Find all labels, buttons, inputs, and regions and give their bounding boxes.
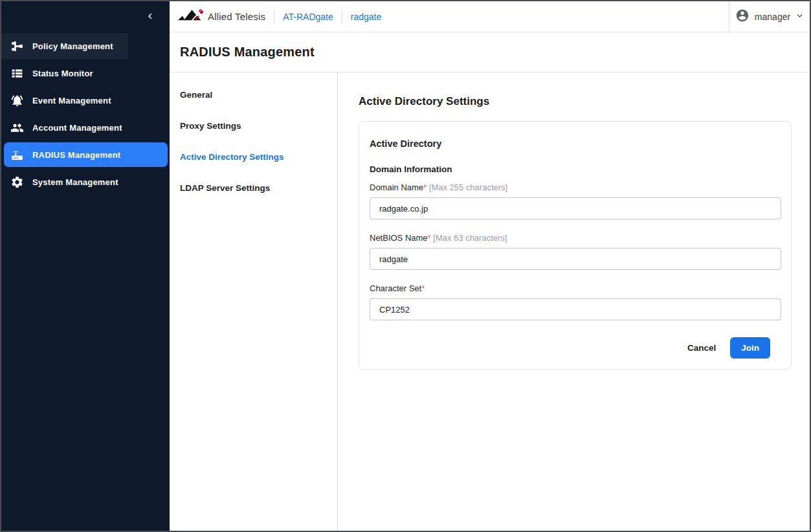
settings-subnav: General Proxy Settings Active Directory … — [170, 72, 338, 531]
top-header: Allied Telesis AT-RADgate radgate manage… — [170, 1, 810, 32]
character-set-label: Character Set — [370, 283, 421, 293]
breadcrumb-separator — [274, 10, 274, 24]
required-asterisk: * — [421, 283, 425, 293]
sidebar-item-label: Event Management — [32, 96, 111, 105]
sidebar-item-policy-management[interactable]: Policy Management — [1, 32, 170, 60]
character-set-field-group: Character Set* — [370, 283, 781, 320]
gear-icon — [10, 175, 24, 189]
join-button[interactable]: Join — [730, 337, 770, 359]
allied-telesis-logo-icon — [178, 7, 204, 27]
user-name: manager — [755, 12, 790, 22]
sidebar-item-label: Status Monitor — [32, 69, 93, 78]
app-window: Policy Management Status Monitor Event M… — [0, 0, 811, 532]
subnav-item-active-directory-settings[interactable]: Active Directory Settings — [170, 141, 337, 172]
brand-name: Allied Telesis — [208, 11, 265, 22]
content-heading: Active Directory Settings — [359, 95, 810, 108]
sidebar-item-label: Policy Management — [32, 41, 113, 51]
list-icon — [10, 67, 24, 80]
sidebar-item-event-management[interactable]: Event Management — [1, 87, 170, 114]
netbios-name-label: NetBIOS Name — [370, 233, 428, 243]
required-asterisk: * — [428, 233, 431, 243]
sidebar: Policy Management Status Monitor Event M… — [1, 1, 170, 531]
user-avatar-icon — [735, 8, 750, 25]
user-menu[interactable]: manager — [729, 1, 810, 32]
subnav-item-proxy-settings[interactable]: Proxy Settings — [170, 110, 337, 141]
policy-tree-icon — [10, 39, 24, 53]
netbios-name-field-group: NetBIOS Name* [Max 63 characters] — [370, 233, 781, 270]
chevron-down-icon — [795, 11, 804, 23]
subnav-item-ldap-server-settings[interactable]: LDAP Server Settings — [170, 172, 337, 203]
chevron-left-icon — [144, 10, 156, 24]
sidebar-item-status-monitor[interactable]: Status Monitor — [1, 60, 170, 87]
domain-name-field-group: Domain Name* [Max 255 characters] — [370, 183, 781, 219]
breadcrumb-link-radgate[interactable]: radgate — [351, 12, 381, 22]
netbios-name-input[interactable] — [370, 248, 781, 270]
sidebar-header — [1, 1, 170, 32]
field-hint: [Max 255 characters] — [429, 183, 507, 192]
character-set-input[interactable] — [370, 298, 781, 320]
breadcrumb-link-at-radgate[interactable]: AT-RADgate — [283, 12, 333, 22]
domain-name-label: Domain Name — [370, 183, 423, 192]
card-title: Active Directory — [370, 139, 781, 149]
sidebar-item-radius-management[interactable]: RADIUS Management — [1, 141, 170, 168]
field-label: Character Set* — [370, 283, 781, 293]
sidebar-item-label: RADIUS Management — [32, 150, 120, 160]
main-area: Allied Telesis AT-RADgate radgate manage… — [170, 1, 810, 531]
settings-content: Active Directory Settings Active Directo… — [338, 72, 810, 531]
field-hint: [Max 63 characters] — [433, 233, 507, 243]
content-row: General Proxy Settings Active Directory … — [170, 72, 810, 531]
sidebar-item-label: Account Management — [32, 123, 122, 133]
router-icon — [10, 148, 24, 162]
active-directory-card: Active Directory Domain Information Doma… — [359, 121, 792, 370]
sidebar-item-system-management[interactable]: System Management — [1, 168, 170, 195]
brand-logo[interactable]: Allied Telesis — [170, 7, 265, 27]
sidebar-item-label: System Management — [32, 177, 118, 187]
bell-icon — [10, 94, 24, 107]
sidebar-item-account-management[interactable]: Account Management — [1, 114, 170, 141]
page-title-bar: RADIUS Management — [170, 32, 810, 72]
sidebar-collapse-button[interactable] — [141, 8, 159, 26]
cancel-button[interactable]: Cancel — [678, 338, 725, 358]
people-icon — [10, 121, 24, 135]
required-asterisk: * — [423, 183, 427, 192]
subnav-item-general[interactable]: General — [170, 79, 337, 110]
sidebar-nav: Policy Management Status Monitor Event M… — [1, 32, 170, 195]
domain-name-input[interactable] — [370, 197, 781, 219]
section-title: Domain Information — [370, 164, 781, 174]
page-title: RADIUS Management — [180, 45, 315, 60]
field-label: NetBIOS Name* [Max 63 characters] — [370, 233, 781, 243]
breadcrumb-separator — [342, 10, 342, 24]
card-actions: Cancel Join — [370, 337, 781, 359]
field-label: Domain Name* [Max 255 characters] — [370, 183, 781, 192]
